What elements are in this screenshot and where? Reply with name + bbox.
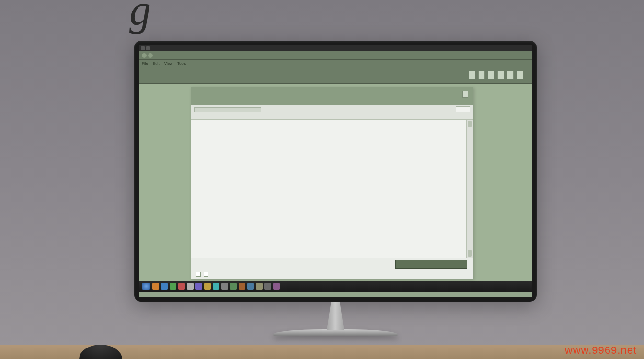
task-icon[interactable] bbox=[204, 283, 211, 290]
dialog-header bbox=[191, 87, 473, 105]
back-button[interactable] bbox=[142, 53, 147, 58]
path-field[interactable] bbox=[194, 107, 261, 112]
task-icon[interactable] bbox=[187, 283, 194, 290]
task-icon[interactable] bbox=[247, 283, 254, 290]
task-icon[interactable] bbox=[170, 283, 176, 290]
task-icon[interactable] bbox=[178, 283, 185, 290]
sys-button[interactable] bbox=[146, 46, 150, 50]
toolbar-ribbon bbox=[139, 67, 532, 84]
window-titlebar bbox=[139, 45, 532, 51]
toolbar-small-button[interactable] bbox=[456, 106, 470, 112]
taskbar bbox=[139, 281, 532, 292]
ribbon-right-group bbox=[469, 71, 528, 79]
menu-edit[interactable]: Edit bbox=[153, 61, 160, 66]
ribbon-icon[interactable] bbox=[478, 71, 485, 79]
checkbox[interactable] bbox=[196, 272, 201, 277]
dialog-toolbar bbox=[191, 105, 473, 120]
task-icon[interactable] bbox=[221, 283, 228, 290]
ribbon-icon[interactable] bbox=[517, 71, 523, 79]
start-button[interactable] bbox=[142, 283, 150, 290]
menu-bar: File Edit View Tools bbox=[139, 60, 532, 67]
task-icon[interactable] bbox=[239, 283, 245, 290]
task-icon[interactable] bbox=[256, 283, 263, 290]
monitor: File Edit View Tools bbox=[134, 41, 537, 328]
address-bar-row bbox=[139, 51, 532, 60]
task-icon[interactable] bbox=[264, 283, 271, 290]
dialog-footer bbox=[191, 258, 473, 279]
task-icon[interactable] bbox=[273, 283, 280, 290]
ribbon-icon[interactable] bbox=[507, 71, 514, 79]
menu-view[interactable]: View bbox=[164, 61, 172, 66]
watermark: www.9969.net bbox=[565, 344, 637, 357]
sys-button[interactable] bbox=[141, 46, 145, 50]
monitor-bezel: File Edit View Tools bbox=[134, 41, 537, 302]
dialog-body bbox=[191, 120, 473, 258]
scrollbar[interactable] bbox=[466, 120, 473, 258]
ribbon-icon[interactable] bbox=[497, 71, 504, 79]
task-icon[interactable] bbox=[161, 283, 168, 290]
screen: File Edit View Tools bbox=[139, 45, 532, 297]
pin-icon[interactable] bbox=[462, 91, 468, 98]
scroll-up-icon[interactable] bbox=[468, 121, 472, 127]
task-icon[interactable] bbox=[230, 283, 237, 290]
ribbon-icon[interactable] bbox=[469, 71, 475, 79]
content-area bbox=[139, 84, 532, 281]
monitor-stand-base bbox=[273, 329, 398, 336]
decorative-letter: g bbox=[129, 0, 151, 35]
task-icon[interactable] bbox=[213, 283, 219, 290]
primary-action-button[interactable] bbox=[395, 260, 467, 269]
task-icon[interactable] bbox=[196, 283, 202, 290]
forward-button[interactable] bbox=[148, 53, 153, 58]
checkbox[interactable] bbox=[204, 272, 208, 277]
scroll-down-icon[interactable] bbox=[468, 250, 472, 257]
task-icon[interactable] bbox=[152, 283, 159, 290]
ribbon-icon[interactable] bbox=[488, 71, 494, 79]
email-dialog bbox=[191, 87, 473, 279]
menu-tools[interactable]: Tools bbox=[177, 61, 186, 66]
menu-file[interactable]: File bbox=[142, 61, 148, 66]
monitor-stand-neck bbox=[321, 302, 350, 330]
